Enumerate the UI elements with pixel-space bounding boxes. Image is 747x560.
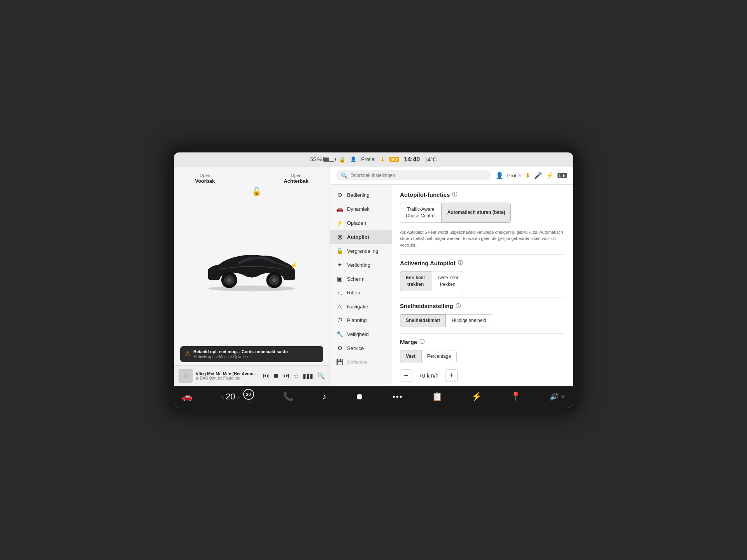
camera-icon: ⏺	[355, 392, 364, 402]
sidebar-item-navigatie[interactable]: △ Navigatie	[330, 299, 392, 313]
marge-buttons: Vast Percentage	[400, 350, 565, 363]
sidebar-item-autopilot[interactable]: ◎ Autopilot	[330, 230, 392, 244]
sos-badge: sos	[389, 157, 399, 162]
left-panel: Open Voorbak Open Achterbak 🔓	[174, 166, 330, 386]
header-profile-label: Profiel	[507, 173, 522, 178]
temperature-display: 14°C	[424, 156, 437, 163]
favorite-button[interactable]: ☆	[293, 372, 299, 380]
speed-control: − +0 km/h +	[400, 369, 565, 382]
music-button[interactable]: ♪	[322, 392, 326, 402]
sidebar-item-ritten[interactable]: ↑↓ Ritten	[330, 286, 392, 299]
sidebar-item-veiligheid[interactable]: 🔧 Veiligheid	[330, 327, 392, 341]
speed-limit-badge: 20	[243, 389, 254, 400]
snelheid-info-icon[interactable]: ⓘ	[456, 303, 461, 310]
prev-track-button[interactable]: ⏮	[263, 372, 269, 379]
autopilot-icon: ◎	[336, 233, 343, 240]
car-icon: 🚗	[182, 392, 192, 402]
activering-title: Activering Autopilot ⓘ	[400, 259, 565, 266]
car-button[interactable]: 🚗	[182, 392, 192, 402]
snelheid-title: Snelheidsinstelling ⓘ	[400, 303, 565, 310]
volume-icon: 🔊	[550, 392, 558, 401]
autopilot-info-icon[interactable]: ⓘ	[452, 191, 457, 198]
scherm-icon: ▣	[336, 275, 343, 282]
battery-icon	[323, 157, 334, 162]
tesla-screen: 55 % 🔒 👤 Profiel ⬇ sos 14:40 14°C Open V…	[174, 152, 573, 408]
time-display: 14:40	[404, 156, 420, 163]
next-track-button[interactable]: ⏭	[283, 372, 289, 379]
settings-body: ⊙ Bediening 🚗 Dynamiek ⚡ Opladen ◎	[330, 185, 573, 386]
taskbar: 🚗 ◁ 20 ▷ 20 〇〇 📞 ♪ ⏺ •••	[174, 386, 573, 408]
twee-keer-button[interactable]: Twee keertrekken	[431, 271, 464, 291]
voorbak-label[interactable]: Open Voorbak	[195, 173, 215, 185]
profile-person-icon: 👤	[496, 172, 503, 179]
lte-badge: LTE	[558, 173, 567, 178]
sidebar-item-opladen[interactable]: ⚡ Opladen	[330, 216, 392, 230]
warning-banner: ⚠ Betaald opl. niet mog. - Contr. onbeta…	[180, 346, 323, 362]
equalizer-icon: ▮▮▮	[303, 372, 313, 380]
mute-x: ✕	[561, 394, 565, 400]
svg-point-3	[227, 278, 231, 282]
speed-plus-button[interactable]: +	[445, 369, 458, 382]
speed-minus-button[interactable]: −	[400, 369, 412, 382]
speed-down-arrow: ◁	[221, 395, 224, 399]
speed-display: ◁ 20 ▷ 20 〇〇	[221, 388, 254, 405]
notes-button[interactable]: 📋	[432, 392, 442, 402]
speed-up-arrow: ▷	[237, 395, 240, 399]
auto-steer-button[interactable]: Automatisch sturen (bèta)	[442, 203, 511, 223]
warning-subtitle: Mobiele app > Menu > Opladen	[193, 355, 288, 359]
software-icon: 💾	[336, 359, 343, 366]
activering-info-icon[interactable]: ⓘ	[458, 259, 463, 266]
search-input[interactable]	[351, 173, 486, 178]
car-labels: Open Voorbak Open Achterbak	[174, 166, 330, 188]
sidebar-item-bediening[interactable]: ⊙ Bediening	[330, 188, 392, 202]
maps-button[interactable]: 📍	[510, 392, 521, 402]
header-mic-icon: 🎤	[534, 172, 542, 179]
percentage-button[interactable]: Percentage	[421, 350, 457, 363]
snelheid-buttons: Snelheidslimiet Huidige snelheid	[400, 314, 565, 327]
lock-icon: 🔒	[339, 156, 345, 163]
autopilot-functies-buttons: Traffic-AwareCruise Control Automatisch …	[400, 203, 565, 223]
navigatie-icon: △	[336, 303, 343, 310]
sidebar-item-software[interactable]: 💾 Software	[330, 355, 392, 369]
vergrendeling-icon: 🔒	[336, 247, 343, 254]
huidige-snelheid-button[interactable]: Huidige snelheid	[446, 314, 492, 327]
sidebar-item-vergrendeling[interactable]: 🔒 Vergrendeling	[330, 244, 392, 258]
dots-menu-button[interactable]: •••	[393, 392, 403, 401]
sidebar-item-dynamiek[interactable]: 🚗 Dynamiek	[330, 202, 392, 216]
achterbak-label[interactable]: Open Achterbak	[284, 173, 309, 185]
snelheidslimiet-button[interactable]: Snelheidslimiet	[400, 314, 446, 327]
sidebar-item-scherm[interactable]: ▣ Scherm	[330, 272, 392, 286]
stop-button[interactable]: ⏹	[273, 372, 279, 379]
sidebar-item-verlichting[interactable]: ✦ Verlichting	[330, 258, 392, 272]
marge-info-icon[interactable]: ⓘ	[419, 338, 424, 345]
car-image-container: ⚡	[174, 188, 330, 343]
warning-content: Betaald opl. niet mog. - Contr. onbetaal…	[193, 349, 288, 359]
vast-button[interactable]: Vast	[400, 350, 421, 363]
screen-bezel: 55 % 🔒 👤 Profiel ⬇ sos 14:40 14°C Open V…	[169, 148, 578, 412]
camera-button[interactable]: ⏺	[355, 392, 364, 402]
een-keer-button[interactable]: Eén keertrekken	[400, 271, 431, 291]
traffic-aware-button[interactable]: Traffic-AwareCruise Control	[400, 203, 442, 223]
volume-control: 🔊 ✕	[550, 392, 565, 401]
music-note-icon: ♪	[322, 392, 326, 402]
phone-button[interactable]: 📞	[283, 392, 293, 402]
music-bar: ♪ Vlieg Met Me Mee (Het Avontuur) - TRIJ…	[174, 365, 330, 386]
svg-text:⚡: ⚡	[290, 261, 298, 269]
speed-value: +0 km/h	[417, 373, 440, 379]
car-svg: ⚡	[197, 238, 306, 293]
header-bluetooth-icon: ⚡	[546, 172, 554, 179]
dynamiek-icon: 🚗	[336, 205, 343, 212]
right-panel: 🔍 👤 Profiel ⬇ 🎤 ⚡ LTE	[330, 166, 573, 386]
bluetooth-icon: ⚡	[471, 392, 482, 402]
header-icons: 👤 Profiel ⬇ 🎤 ⚡ LTE	[496, 172, 567, 179]
music-title: Vlieg Met Me Mee (Het Avontuur) - TRIJNT…	[196, 371, 260, 376]
sidebar-item-service[interactable]: ⚙ Service	[330, 341, 392, 355]
search-music-button[interactable]: 🔍	[317, 372, 325, 380]
battery-indicator: 55 %	[310, 156, 335, 162]
marge-title: Marge ⓘ	[400, 338, 565, 345]
music-station: ⊞ DAB Qmusic Foute Uur	[196, 376, 260, 380]
sidebar-item-planning[interactable]: ⏱ Planning	[330, 313, 392, 327]
warning-title: Betaald opl. niet mog. - Contr. onbetaal…	[193, 349, 288, 354]
bluetooth-button[interactable]: ⚡	[471, 392, 482, 402]
profile-icon: 👤	[350, 156, 356, 162]
